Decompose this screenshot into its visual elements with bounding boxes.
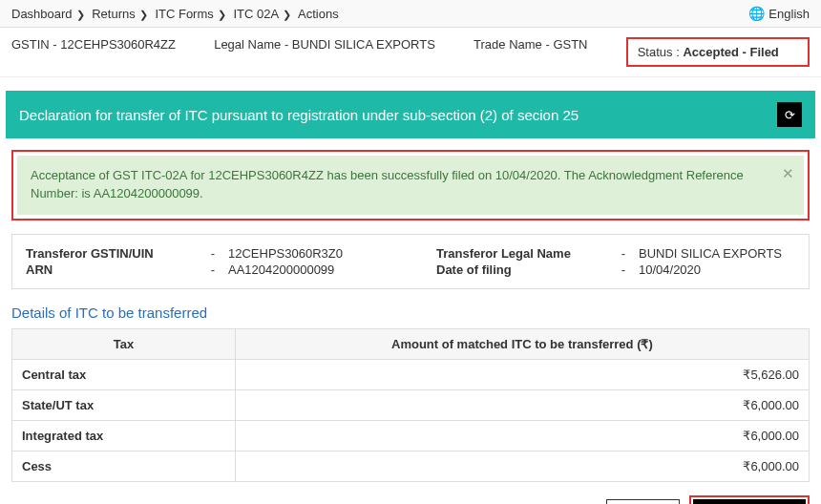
close-icon[interactable]: ✕ [782,163,794,184]
breadcrumb[interactable]: Dashboard❯ Returns❯ ITC Forms❯ ITC 02A❯ … [11,7,339,21]
label-transferor-legal-name: Transferor Legal Name [436,246,608,261]
col-amount: Amount of matched ITC to be transferred … [235,328,809,359]
refresh-button[interactable]: ⟳ [777,102,802,127]
col-tax: Tax [12,328,236,359]
label-date-of-filing: Date of filing [436,262,608,277]
crumb-itc-02a[interactable]: ITC 02A [233,7,279,21]
download-highlight: DOWNLOAD [689,495,810,504]
chevron-right-icon: ❯ [76,9,85,20]
table-row: Integrated tax₹6,000.00 [12,420,810,451]
crumb-dashboard[interactable]: Dashboard [11,7,73,21]
value-date-of-filing: 10/04/2020 [639,262,795,277]
label-transferor-gstin: Transferor GSTIN/UIN [26,246,198,261]
chevron-right-icon: ❯ [283,9,291,20]
value-transferor-gstin: 12CEHPS3060R3Z0 [228,246,429,261]
crumb-itc-forms[interactable]: ITC Forms [155,7,213,21]
section-title: Declaration for transfer of ITC pursuant… [19,107,579,123]
language-selector[interactable]: 🌐 English [748,6,810,21]
chevron-right-icon: ❯ [218,9,226,20]
chevron-right-icon: ❯ [139,9,148,20]
itc-table: Tax Amount of matched ITC to be transfer… [11,328,810,482]
value-arn: AA1204200000099 [228,262,429,277]
back-button[interactable]: BACK [606,499,680,504]
section-header: Declaration for transfer of ITC pursuant… [6,91,815,138]
status-badge: Status : Accepted - Filed [626,37,810,67]
alert-text: Acceptance of GST ITC-02A for 12CEHPS306… [31,168,744,200]
gstin-block: GSTIN - 12CEHPS3060R4ZZ [11,37,195,67]
language-label: English [768,7,810,21]
trade-name-block: Trade Name - GSTN [474,37,607,67]
legal-name-block: Legal Name - BUNDI SILICA EXPORTS [214,37,454,67]
itc-details-title: Details of ITC to be transferred [11,304,810,321]
label-arn: ARN [26,262,198,277]
refresh-icon: ⟳ [785,108,795,122]
table-row: State/UT tax₹6,000.00 [12,389,810,420]
crumb-returns[interactable]: Returns [92,7,136,21]
crumb-actions[interactable]: Actions [298,7,339,21]
info-bar: GSTIN - 12CEHPS3060R4ZZ Legal Name - BUN… [0,28,821,77]
table-row: Central tax₹5,626.00 [12,359,810,389]
alert-highlight: Acceptance of GST ITC-02A for 12CEHPS306… [11,150,810,220]
transferor-details: Transferor GSTIN/UIN - 12CEHPS3060R3Z0 T… [11,234,810,289]
table-row: Cess₹6,000.00 [12,451,810,481]
value-transferor-legal-name: BUNDI SILICA EXPORTS [639,246,795,261]
download-button[interactable]: DOWNLOAD [693,499,806,504]
globe-icon: 🌐 [748,6,765,21]
success-alert: Acceptance of GST ITC-02A for 12CEHPS306… [17,156,804,215]
